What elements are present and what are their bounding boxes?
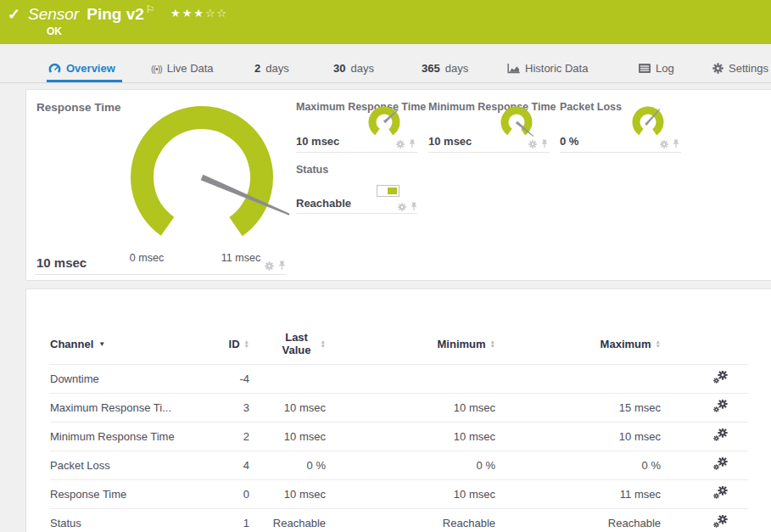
mini-panel-column-3: Packet Loss 0 % [560,90,683,282]
table-row[interactable]: Minimum Response Time 2 10 msec 10 msec … [50,422,748,451]
panel-divider [35,274,286,275]
channel-id: 2 [192,430,249,443]
table-row[interactable]: Downtime -4 [50,364,748,393]
tab-log-label: Log [656,62,674,75]
prtg-sensor-page: ✓ SensorPing v2⚐ ★★★☆☆ OK Overview ((•))… [0,0,771,532]
tab-2-days[interactable]: 2 days [254,62,289,75]
channel-id: -4 [192,372,249,385]
channel-settings-gears-icon[interactable] [713,515,728,529]
tab-30-days-unit: days [350,62,373,75]
live-data-icon: ((•)) [151,64,162,74]
channel-minimum: 0 % [326,459,495,472]
channel-name: Status [50,517,192,529]
channel-last-value: Reachable [249,517,326,529]
sensor-kind-label: Sensor [28,5,79,23]
response-time-value: 10 msec [36,255,87,270]
panel-divider [296,152,417,153]
tab-overview-label: Overview [66,62,115,75]
tab-365-days[interactable]: 365 days [422,62,468,75]
channels-card: Channel ▼ ID ▲▼ Last Value ▲▼ Minimum ▲▼… [25,288,771,532]
channel-settings-gears-icon[interactable] [713,371,728,384]
gauge-icon [48,63,61,74]
column-header-maximum[interactable]: Maximum ▲▼ [495,338,661,350]
panel-settings-gear-icon[interactable] [528,140,537,148]
panel-pin-icon[interactable] [278,260,286,271]
channel-name: Response Time [50,488,192,501]
tab-365-days-number: 365 [422,62,440,75]
min-response-time-value: 10 msec [428,135,472,148]
tab-overview[interactable]: Overview [48,62,115,75]
panel-actions [528,139,548,148]
panel-pin-icon[interactable] [409,139,416,148]
panel-pin-icon[interactable] [411,202,417,211]
tab-settings[interactable]: Settings [712,62,768,75]
mini-panel-column-2: Minimum Response Time 10 msec [428,90,551,282]
channel-name: Downtime [50,372,192,385]
overview-card: Response Time 0 msec 11 msec 10 msec Max… [25,89,771,281]
panel-divider [296,213,417,214]
panel-pin-icon[interactable] [541,139,548,148]
gauge-scale-max: 11 msec [221,252,260,264]
table-row[interactable]: Status 1 Reachable Reachable Reachable [50,508,748,532]
sensor-status-text: OK [47,25,62,37]
sensor-status-bar: ✓ SensorPing v2⚐ ★★★☆☆ OK [0,0,771,44]
channel-last-value: 0 % [249,459,326,472]
gauge-scale-min: 0 msec [130,252,164,264]
tab-2-days-unit: days [265,62,288,75]
panel-actions [396,139,416,148]
tab-30-days[interactable]: 30 days [333,62,374,75]
tab-settings-label: Settings [729,62,768,75]
sensor-title: SensorPing v2⚐ ★★★☆☆ [28,3,228,24]
column-header-channel[interactable]: Channel ▼ [50,338,192,350]
max-response-time-value: 10 msec [296,135,339,148]
sort-icon: ▲▼ [656,339,661,348]
channel-settings-gears-icon[interactable] [713,486,728,500]
panel-settings-gear-icon[interactable] [660,140,668,148]
tab-2-days-number: 2 [254,62,260,75]
tab-365-days-unit: days [445,62,468,75]
sensor-name: Ping v2 [87,5,144,23]
tab-bar: Overview ((•)) Live Data 2 days 30 days … [0,44,771,83]
column-header-id[interactable]: ID ▲▼ [192,338,249,350]
table-header-row: Channel ▼ ID ▲▼ Last Value ▲▼ Minimum ▲▼… [50,323,748,364]
panel-settings-gear-icon[interactable] [396,140,405,148]
panel-pin-icon[interactable] [673,139,679,148]
packet-loss-value: 0 % [560,135,578,148]
panel-settings-gear-icon[interactable] [398,203,406,211]
panel-divider [560,152,681,153]
column-header-minimum[interactable]: Minimum ▲▼ [326,338,495,350]
channel-maximum: Reachable [495,517,661,529]
tab-historic-data[interactable]: Historic Data [507,62,588,75]
channel-maximum: 0 % [495,459,661,472]
channel-minimum: 10 msec [326,401,495,414]
response-time-gauge [128,105,323,249]
table-row[interactable]: Packet Loss 4 0 % 0 % 0 % [50,451,748,479]
channel-name: Minimum Response Time [50,430,192,443]
panel-actions [660,139,679,148]
status-value: Reachable [296,197,351,210]
channel-minimum: 10 msec [326,430,495,443]
channel-settings-gears-icon[interactable] [713,400,728,413]
channel-name: Packet Loss [50,459,192,472]
channel-id: 1 [192,517,249,529]
response-time-panel-title: Response Time [36,101,121,114]
channel-last-value: 10 msec [249,488,326,501]
flag-icon[interactable]: ⚐ [146,3,155,15]
table-row[interactable]: Maximum Response Ti... 3 10 msec 10 msec… [50,393,748,422]
channel-settings-gears-icon[interactable] [713,428,728,442]
channel-id: 3 [192,401,249,414]
channels-table: Channel ▼ ID ▲▼ Last Value ▲▼ Minimum ▲▼… [50,323,748,532]
tab-log[interactable]: Log [639,62,674,75]
min-response-time-gauge [497,104,539,144]
table-row[interactable]: Response Time 0 10 msec 10 msec 11 msec [50,479,748,508]
channel-last-value: 10 msec [249,401,326,414]
channel-settings-gears-icon[interactable] [713,457,728,471]
tab-live-data[interactable]: ((•)) Live Data [151,62,214,75]
column-header-last-value[interactable]: Last Value ▲▼ [249,331,326,356]
channel-maximum: 11 msec [495,488,661,501]
panel-settings-gear-icon[interactable] [265,261,274,271]
panel-actions [265,260,286,271]
tab-live-data-label: Live Data [167,62,214,75]
priority-stars[interactable]: ★★★☆☆ [170,7,228,20]
panel-actions [398,202,417,211]
